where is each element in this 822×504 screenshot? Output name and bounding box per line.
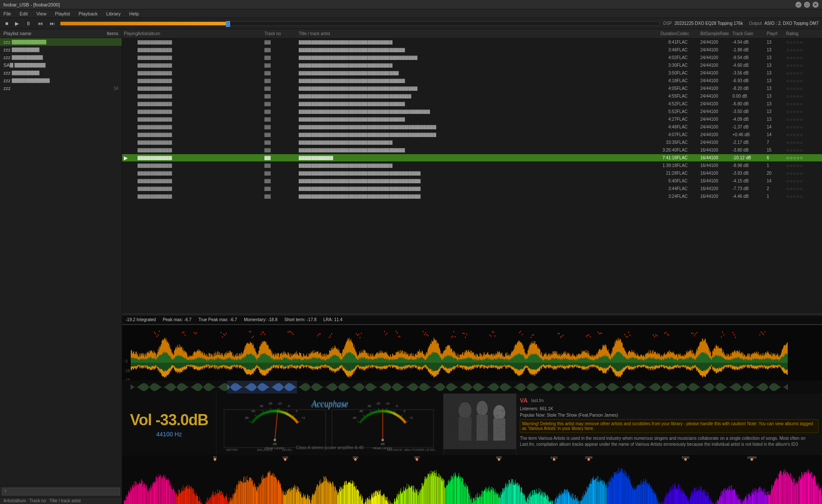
sidebar-playlist-item[interactable]: zzz ▓▓▓▓▓▓▓▓▓▓ [0, 38, 122, 46]
play-button[interactable]: ▶ [13, 20, 21, 27]
table-row[interactable]: ▓▓▓▓▓▓▓▓▓▓▓ ▓▓ ▓▓▓▓▓▓▓▓▓▓▓▓▓▓▓▓▓▓▓▓▓▓▓▓▓… [122, 69, 822, 77]
stop-button[interactable]: ■ [3, 20, 10, 27]
track-play-count: 13 [767, 117, 786, 122]
table-row[interactable]: ▓▓▓▓▓▓▓▓▓▓▓ ▓▓ ▓▓▓▓▓▓▓▓▓▓▓▓▓▓▓▓▓▓▓▓▓▓▓▓▓… [122, 108, 822, 116]
sidebar-playlist-item[interactable]: SA▓ ▓▓▓▓▓▓▓▓▓ [0, 61, 122, 69]
sidebar-playlist-item[interactable]: zzz ▓▓▓▓▓▓▓▓ [0, 69, 122, 77]
track-artist: ▓▓▓▓▓▓▓▓▓▓▓ [136, 40, 264, 45]
peak-max-display: Peak max: -6.7 [163, 317, 192, 322]
track-play-count: 14 [767, 179, 786, 183]
track-gain: -10.12 dB [732, 155, 767, 160]
minimize-button[interactable]: ─ [795, 2, 801, 8]
track-number: ▓▓ [264, 179, 299, 183]
track-number: ▓▓ [264, 163, 299, 168]
table-row[interactable]: ▓▓▓▓▓▓▓▓▓▓▓ ▓▓ ▓▓▓▓▓▓▓▓▓▓▓▓▓▓▓▓▓▓▓▓▓▓▓▓▓… [122, 123, 822, 131]
track-bitrate: 16/44100 [700, 186, 732, 191]
track-artist: ▓▓▓▓▓▓▓▓▓▓▓ [136, 194, 264, 199]
playlist-name-header: Playlist name [3, 31, 31, 36]
track-gain: -6.80 dB [732, 101, 767, 106]
next-button[interactable]: ⏭ [48, 20, 57, 27]
col-title-header: Title / track artist [299, 31, 647, 36]
menu-file[interactable]: File [2, 10, 13, 17]
col-artist-label: Artist/album [3, 498, 26, 503]
track-gain: -3.93 dB [732, 171, 767, 176]
sidebar-playlist-item[interactable]: zzz 34 [0, 84, 122, 92]
track-codec: FLAC [677, 179, 700, 183]
track-play-count: 13 [767, 40, 786, 45]
sidebar-playlist-item[interactable]: zzz ▓▓▓▓▓▓▓▓▓▓▓ [0, 77, 122, 84]
search-input[interactable] [2, 488, 120, 495]
track-rating: ☆☆☆☆☆ [786, 148, 820, 152]
track-title: ▓▓▓▓▓▓▓▓▓▓▓▓▓▓▓▓▓▓▓▓▓▓▓▓▓▓▓▓▓▓ [299, 63, 647, 68]
track-play-count: 20 [767, 171, 786, 176]
track-codec: FLAC [677, 194, 700, 199]
playlist-panel: Playing Artist/album Track no Title / tr… [122, 29, 822, 316]
table-row[interactable]: ▓▓▓▓▓▓▓▓▓▓▓ ▓▓ ▓▓▓▓▓▓▓▓▓▓▓▓▓▓▓▓▓▓▓▓▓▓▓▓▓… [122, 185, 822, 193]
menu-view[interactable]: View [35, 10, 48, 17]
table-row[interactable]: ▓▓▓▓▓▓▓▓▓▓▓ ▓▓ ▓▓▓▓▓▓▓▓▓▓▓▓▓▓▓▓▓▓▓▓▓▓▓▓▓… [122, 54, 822, 62]
table-row[interactable]: ▓▓▓▓▓▓▓▓▓▓▓ ▓▓ ▓▓▓▓▓▓▓▓▓▓▓▓▓▓▓▓▓▓▓▓▓▓▓▓▓… [122, 162, 822, 170]
table-row[interactable]: ▓▓▓▓▓▓▓▓▓▓▓ ▓▓ ▓▓▓▓▓▓▓▓▓▓▓▓▓▓▓▓▓▓▓▓▓▓▓▓▓… [122, 100, 822, 108]
track-codec: FLAC [677, 71, 700, 75]
sidebar-playlist-item[interactable]: zzz ▓▓▓▓▓▓▓▓ [0, 46, 122, 54]
table-row[interactable]: ▓▓▓▓▓▓▓▓▓▓▓ ▓▓ ▓▓▓▓▓▓▓▓▓▓▓▓▓▓▓▓▓▓▓▓▓▓▓▓▓… [122, 77, 822, 85]
table-row[interactable]: ▓▓▓▓▓▓▓▓▓▓▓ ▓▓ ▓▓▓▓▓▓▓▓▓▓▓▓▓▓▓▓▓▓▓▓▓▓▓▓▓… [122, 92, 822, 100]
track-play-count: 13 [767, 101, 786, 106]
table-row[interactable]: ▓▓▓▓▓▓▓▓▓▓▓ ▓▓ ▓▓▓▓▓▓▓▓▓▓▓▓▓▓▓▓▓▓▓▓▓▓▓▓▓… [122, 177, 822, 185]
table-row[interactable]: ▶ ▓▓▓▓▓▓▓▓▓▓▓ ▓▓ ▓▓▓▓▓▓▓▓▓▓▓ 7:41:16 FLA… [122, 154, 822, 162]
sidebar-playlist-item[interactable]: zzz ▓▓▓▓▓▓▓▓▓ [0, 54, 122, 61]
table-row[interactable]: ▓▓▓▓▓▓▓▓▓▓▓ ▓▓ ▓▓▓▓▓▓▓▓▓▓▓▓▓▓▓▓▓▓▓▓▓▓▓▓▓… [122, 146, 822, 154]
table-row[interactable]: ▓▓▓▓▓▓▓▓▓▓▓ ▓▓ ▓▓▓▓▓▓▓▓▓▓▓▓▓▓▓▓▓▓▓▓▓▓▓▓▓… [122, 85, 822, 92]
col-codec-header: Codec [677, 31, 700, 36]
track-bitrate: 16/44100 [700, 179, 732, 183]
track-bitrate: 16/44100 [700, 171, 732, 176]
table-row[interactable]: ▓▓▓▓▓▓▓▓▓▓▓ ▓▓ ▓▓▓▓▓▓▓▓▓▓▓▓▓▓▓▓▓▓▓▓▓▓▓▓▓… [122, 193, 822, 200]
track-codec: FLAC [677, 109, 700, 114]
pause-button[interactable]: ⏸ [24, 20, 33, 27]
track-play-count: 1 [767, 194, 786, 199]
track-number: ▓▓ [264, 171, 299, 176]
track-rating: ☆☆☆☆☆ [786, 133, 820, 137]
track-number: ▓▓ [264, 140, 299, 145]
table-row[interactable]: ▓▓▓▓▓▓▓▓▓▓▓ ▓▓ ▓▓▓▓▓▓▓▓▓▓▓▓▓▓▓▓▓▓▓▓▓▓▓▓▓… [122, 39, 822, 46]
track-duration: 5:40 [647, 179, 677, 183]
table-row[interactable]: ▓▓▓▓▓▓▓▓▓▓▓ ▓▓ ▓▓▓▓▓▓▓▓▓▓▓▓▓▓▓▓▓▓▓▓▓▓▓▓▓… [122, 139, 822, 146]
track-number: ▓▓ [264, 186, 299, 191]
track-title: ▓▓▓▓▓▓▓▓▓▓▓▓▓▓▓▓▓▓▓▓▓▓▓▓▓▓▓▓▓▓▓▓▓▓▓▓▓▓▓ [299, 194, 647, 199]
track-play-count: 2 [767, 186, 786, 191]
table-row[interactable]: ▓▓▓▓▓▓▓▓▓▓▓ ▓▓ ▓▓▓▓▓▓▓▓▓▓▓▓▓▓▓▓▓▓▓▓▓▓▓▓▓… [122, 46, 822, 54]
track-rating: ☆☆☆☆☆ [786, 156, 820, 160]
track-gain: -4.60 dB [732, 63, 767, 68]
menu-help[interactable]: Help [127, 10, 141, 17]
menu-edit[interactable]: Edit [18, 10, 30, 17]
menu-library[interactable]: Library [105, 10, 123, 17]
track-codec: FLAC [677, 78, 700, 83]
track-play-count: 14 [767, 125, 786, 129]
sidebar: Playlist name Items zzz ▓▓▓▓▓▓▓▓▓▓ zzz ▓… [0, 29, 122, 504]
track-gain: -6.93 dB [732, 78, 767, 83]
close-button[interactable]: ✕ [813, 2, 819, 8]
table-row[interactable]: ▓▓▓▓▓▓▓▓▓▓▓ ▓▓ ▓▓▓▓▓▓▓▓▓▓▓▓▓▓▓▓▓▓▓▓▓▓▓▓▓… [122, 170, 822, 177]
col-bitrate-header: BitSampleRate [700, 31, 732, 36]
track-artist: ▓▓▓▓▓▓▓▓▓▓▓ [136, 71, 264, 75]
track-gain: -9.54 dB [732, 55, 767, 60]
playlist-scrollbar[interactable] [122, 312, 822, 316]
spectrum-canvas [122, 455, 822, 504]
menu-playback[interactable]: Playback [77, 10, 99, 17]
track-artist: ▓▓▓▓▓▓▓▓▓▓▓ [136, 140, 264, 145]
track-bitrate: 16/44100 [700, 155, 732, 160]
maximize-button[interactable]: □ [804, 2, 810, 8]
track-artist: ▓▓▓▓▓▓▓▓▓▓▓ [136, 109, 264, 114]
track-gain: -8.98 dB [732, 163, 767, 168]
track-bitrate: 24/44100 [700, 109, 732, 114]
prev-button[interactable]: ⏮ [36, 20, 45, 27]
col-duration-header: Duration [647, 31, 677, 36]
volume-display: Vol -33.0dB [130, 411, 208, 429]
integrated-display: -19.2 Integrated [126, 317, 156, 322]
menu-playlist[interactable]: Playlist [53, 10, 72, 17]
controls-row: Vol -33.0dB 44100 Hz Accuphase Class A s… [122, 394, 822, 455]
table-row[interactable]: ▓▓▓▓▓▓▓▓▓▓▓ ▓▓ ▓▓▓▓▓▓▓▓▓▓▓▓▓▓▓▓▓▓▓▓▓▓▓▓▓… [122, 116, 822, 123]
table-row[interactable]: ▓▓▓▓▓▓▓▓▓▓▓ ▓▓ ▓▓▓▓▓▓▓▓▓▓▓▓▓▓▓▓▓▓▓▓▓▓▓▓▓… [122, 62, 822, 69]
table-row[interactable]: ▓▓▓▓▓▓▓▓▓▓▓ ▓▓ ▓▓▓▓▓▓▓▓▓▓▓▓▓▓▓▓▓▓▓▓▓▓▓▓▓… [122, 131, 822, 139]
seek-bar[interactable] [60, 21, 660, 26]
